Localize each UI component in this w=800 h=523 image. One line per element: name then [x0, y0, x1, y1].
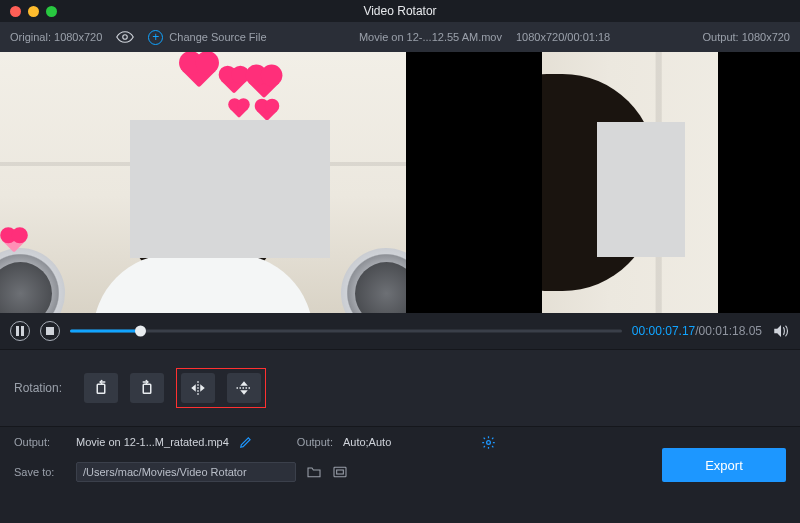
export-button-label: Export [705, 458, 743, 473]
minimize-window-button[interactable] [28, 6, 39, 17]
output-settings-icon[interactable] [481, 435, 496, 450]
svg-rect-10 [337, 470, 344, 474]
preview-visibility-icon[interactable] [116, 31, 134, 43]
zoom-window-button[interactable] [46, 6, 57, 17]
seek-slider[interactable] [70, 327, 622, 335]
flip-group-highlight [176, 368, 266, 408]
rotation-panel: Rotation: [0, 349, 800, 427]
source-dimensions-duration-label: 1080x720/00:01:18 [516, 31, 610, 43]
titlebar: Video Rotator [0, 0, 800, 22]
close-window-button[interactable] [10, 6, 21, 17]
censor-block [130, 120, 330, 258]
output-format-value: Auto;Auto [343, 436, 391, 448]
change-source-label: Change Source File [169, 31, 266, 43]
output-format-label: Output: [297, 436, 333, 448]
save-path-field[interactable]: /Users/mac/Movies/Video Rotator [76, 462, 296, 482]
stop-button[interactable] [40, 321, 60, 341]
bottom-panel: Output: Movie on 12-1...M_ratated.mp4 Ou… [0, 427, 800, 487]
svg-point-8 [487, 440, 491, 444]
flip-horizontal-button[interactable] [181, 373, 215, 403]
svg-rect-3 [46, 327, 54, 335]
censor-block [597, 122, 685, 257]
current-time: 00:00:07.17 [632, 324, 695, 338]
preview-area [0, 52, 800, 313]
output-filename: Movie on 12-1...M_ratated.mp4 [76, 436, 229, 448]
volume-icon[interactable] [772, 324, 790, 338]
svg-rect-5 [143, 384, 151, 393]
original-preview [0, 52, 406, 313]
rotate-left-button[interactable] [84, 373, 118, 403]
browse-folder-icon[interactable] [306, 465, 322, 479]
rotate-right-button[interactable] [130, 373, 164, 403]
svg-rect-2 [21, 326, 24, 336]
output-dimensions-label: Output: 1080x720 [703, 31, 790, 43]
svg-rect-9 [334, 467, 346, 476]
export-button[interactable]: Export [662, 448, 786, 482]
pause-button[interactable] [10, 321, 30, 341]
output-preview [542, 52, 718, 313]
svg-rect-4 [97, 384, 105, 393]
rotation-label: Rotation: [14, 381, 62, 395]
output-file-label: Output: [14, 436, 66, 448]
window-controls [0, 6, 57, 17]
player-bar: 00:00:07.17/00:01:18.05 [0, 313, 800, 349]
window-title: Video Rotator [0, 4, 800, 18]
edit-output-filename-icon[interactable] [239, 435, 253, 449]
open-folder-icon[interactable] [332, 465, 348, 479]
source-filename-label: Movie on 12-...12.55 AM.mov [359, 31, 502, 43]
save-to-label: Save to: [14, 466, 66, 478]
original-dimensions-label: Original: 1080x720 [10, 31, 102, 43]
svg-point-0 [123, 35, 128, 40]
plus-icon: + [148, 30, 163, 45]
info-bar: Original: 1080x720 + Change Source File … [0, 22, 800, 52]
change-source-file-button[interactable]: + Change Source File [148, 30, 266, 45]
timecode: 00:00:07.17/00:01:18.05 [632, 324, 762, 338]
svg-rect-1 [16, 326, 19, 336]
flip-vertical-button[interactable] [227, 373, 261, 403]
total-time: /00:01:18.05 [695, 324, 762, 338]
